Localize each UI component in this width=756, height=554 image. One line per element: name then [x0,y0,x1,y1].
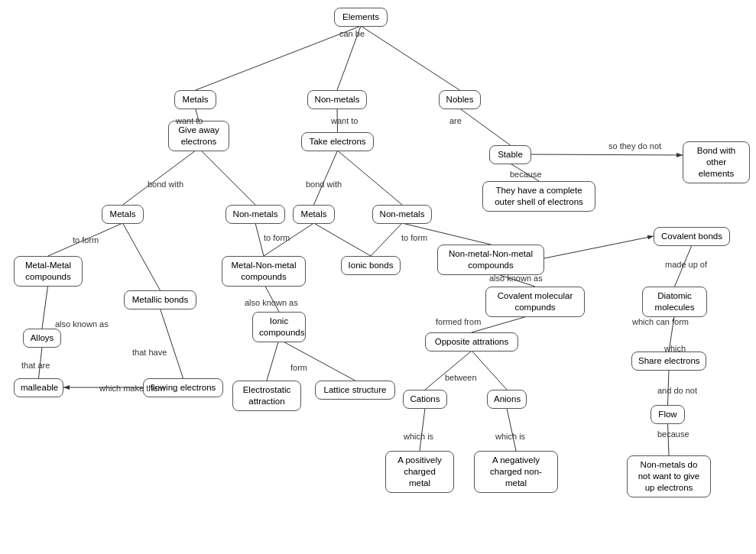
edge-label-24: between [445,373,477,382]
edge-label-15: also known as [245,298,298,307]
node-metals2: Metals [102,205,144,224]
node-metalnonmetalcomp: Metal-Non-metal compounds [222,256,306,287]
node-positivelycharged: A positively charged metal [385,451,454,493]
node-nonmetals2: Non-metals [226,205,285,224]
edge-label-20: which [664,344,686,353]
node-cations: Cations [403,390,447,409]
svg-line-9 [123,148,200,205]
node-stable: Stable [489,145,531,164]
svg-line-31 [472,351,507,390]
svg-line-30 [425,351,472,390]
edge-label-18: made up of [665,260,707,269]
edge-label-8: to form [73,235,99,245]
svg-line-24 [161,309,183,378]
node-metallicbonds: Metallic bonds [124,290,196,309]
edge-label-21: and do not [657,386,697,395]
svg-line-15 [255,223,264,256]
node-alloys: Alloys [23,329,61,348]
svg-line-20 [544,236,654,258]
svg-line-27 [279,339,355,381]
edge-label-23: formed from [436,317,481,326]
svg-line-32 [420,408,425,451]
edge-label-4: bond with [148,180,183,189]
node-oppositeattrations: Opposite attrations [425,332,518,352]
svg-line-26 [267,339,279,381]
svg-line-21 [42,283,48,329]
node-electrostatic: Electrostatic attraction [232,381,301,411]
node-malleable: malleable [14,378,63,397]
svg-line-10 [199,148,255,205]
svg-line-17 [314,223,372,256]
edge-label-9: to form [264,233,290,242]
node-covalentbonds: Covalent bonds [654,227,730,246]
svg-line-1 [196,26,362,90]
edge-label-14: which make them [99,384,165,393]
edge-label-13: that have [132,348,167,357]
node-nonmetals: Non-metals [307,90,367,109]
edge-label-7: so they do not [608,141,661,151]
node-anions: Anions [487,390,527,409]
svg-line-11 [314,151,338,205]
svg-line-12 [338,151,403,205]
edge-label-16: form [290,363,307,372]
node-negativelycharged: A negatively charged non-metal [474,451,558,493]
node-metals: Metals [174,90,216,109]
edge-label-6: because [510,170,542,179]
svg-line-37 [668,423,670,455]
concept-map: ElementsMetalsNon-metalsNoblesGive away … [0,0,756,554]
node-takeelectrons: Take electrons [301,132,374,151]
node-metals3: Metals [293,205,335,224]
edge-label-25: which is [404,432,433,441]
node-nonmetnonmetcomp: Non-metal-Non-metal compounds [437,245,544,275]
node-nonmetalsdontgive: Non-metals do not want to give up electr… [627,455,711,497]
node-latticestructure: Lattice structure [315,381,395,400]
edge-label-17: also known as [489,274,543,283]
node-metalmetalcomp: Metal-Metal compounds [14,256,83,287]
svg-line-3 [361,26,460,90]
svg-line-6 [460,109,511,145]
node-nobles: Nobles [439,90,481,109]
edge-label-11: also known as [55,319,109,329]
edge-label-5: bond with [306,180,342,189]
edge-label-19: which can form [632,317,689,326]
edge-label-26: which is [495,432,525,441]
svg-line-33 [507,408,516,451]
node-flow: Flow [651,405,685,424]
edge-label-22: because [657,429,689,439]
node-elements: Elements [334,8,388,27]
node-diatomicmolecules: Diatomic molecules [642,287,707,317]
edge-label-1: want to [176,116,203,125]
edge-label-2: want to [331,116,358,125]
edge-label-0: can be [339,29,365,38]
edge-label-10: to form [401,233,427,242]
edge-label-3: are [449,116,462,125]
svg-line-14 [123,223,161,290]
node-completeshell: They have a complete outer shell of elec… [482,181,595,212]
edge-label-12: that are [21,361,50,370]
node-ionicbonds: Ionic bonds [341,256,401,275]
node-nonmetals3: Non-metals [372,205,432,224]
node-bondwithother: Bond with other elements [683,141,750,183]
svg-line-7 [531,154,683,155]
node-shareelectrons: Share electrons [631,352,706,371]
node-covalentmolecular: Covalent molecular compunds [485,287,585,317]
svg-line-18 [371,223,402,256]
node-ioniccompounds: Ionic compounds [252,312,306,342]
